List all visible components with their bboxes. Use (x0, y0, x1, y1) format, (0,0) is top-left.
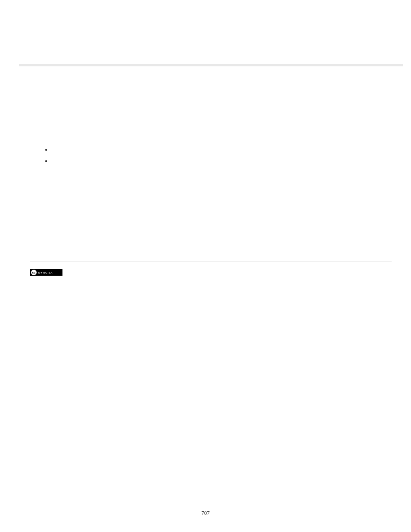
bullet-icon (45, 160, 47, 162)
horizontal-rule-thin-lower (30, 261, 392, 261)
horizontal-rule-thick (19, 64, 403, 66)
cc-license-label: BY-NC-SA (38, 271, 53, 274)
creative-commons-badge: cc BY-NC-SA (30, 269, 62, 276)
horizontal-rule-thin-upper (30, 92, 392, 92)
page-number: 707 (201, 510, 210, 516)
bullet-list (45, 149, 47, 171)
cc-logo-icon: cc (31, 270, 37, 275)
bullet-icon (45, 149, 47, 151)
cc-logo-text: cc (32, 271, 36, 274)
